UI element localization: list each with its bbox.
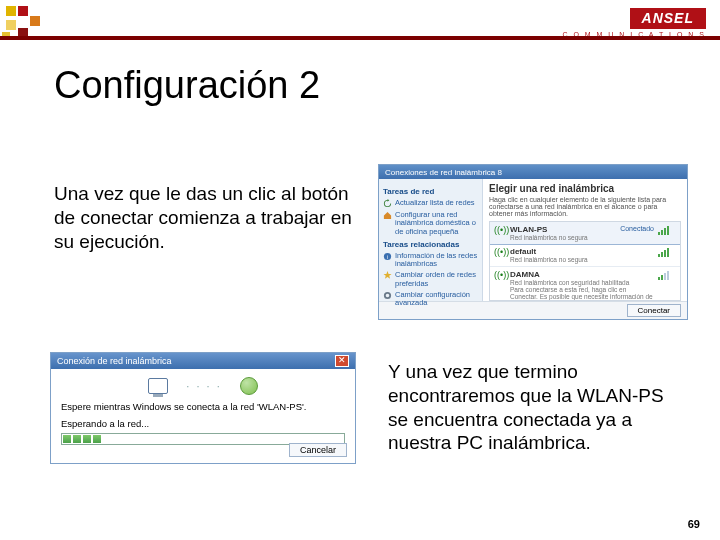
antenna-icon: ((•)) — [494, 225, 506, 235]
network-sub: Red inalámbrica con seguridad habilitada — [510, 279, 654, 286]
choose-network-title: Conexiones de red inalámbrica 8 — [385, 168, 502, 177]
header-rule — [0, 36, 720, 40]
connecting-titlebar: Conexión de red inalámbrica ✕ — [51, 353, 355, 369]
task-setup-network[interactable]: Configurar una red inalámbrica doméstica… — [383, 211, 478, 236]
task-advanced[interactable]: Cambiar configuración avanzada — [383, 291, 478, 308]
network-status: Conectado — [620, 225, 654, 234]
home-icon — [383, 211, 392, 220]
page-number: 69 — [688, 518, 700, 530]
network-sub: Red inalámbrica no segura — [510, 234, 654, 241]
slide-header: ANSEL C O M M U N I C A T I O N S — [0, 0, 720, 44]
antenna-icon: ((•)) — [494, 247, 506, 257]
paragraph-2: Y una vez que termino encontraremos que … — [388, 360, 688, 455]
task-pane: Tareas de red Actualizar lista de redes … — [379, 179, 483, 301]
connect-button[interactable]: Conectar — [627, 304, 681, 317]
antenna-icon: ((•)) — [494, 270, 506, 280]
brand-name: ANSEL — [630, 8, 706, 29]
svg-point-2 — [385, 293, 390, 298]
signal-bars-icon — [658, 247, 676, 257]
computer-icon — [148, 378, 168, 394]
signal-bars-icon — [658, 270, 676, 280]
paragraph-1: Una vez que le das un clic al botón de c… — [54, 182, 354, 253]
network-list-pane: Elegir una red inalámbrica Haga clic en … — [483, 179, 687, 301]
network-name: WLAN-PS — [510, 225, 547, 234]
network-name: DAMNA — [510, 270, 540, 279]
choose-network-titlebar: Conexiones de red inalámbrica 8 — [379, 165, 687, 179]
cancel-button[interactable]: Cancelar — [289, 443, 347, 457]
close-button[interactable]: ✕ — [335, 355, 349, 367]
choose-network-dialog: Conexiones de red inalámbrica 8 Tareas d… — [378, 164, 688, 320]
task-info[interactable]: i Información de las redes inalámbricas — [383, 252, 478, 269]
globe-icon — [240, 377, 258, 395]
network-item-wlanps[interactable]: ((•)) WLAN-PS Conectado Red inalámbrica … — [489, 221, 681, 245]
network-list: ((•)) WLAN-PS Conectado Red inalámbrica … — [489, 221, 681, 301]
gear-icon — [383, 291, 392, 300]
network-desc2: Para conectarse a esta red, haga clic en… — [510, 286, 654, 301]
refresh-icon — [383, 199, 392, 208]
signal-bars-icon — [658, 225, 676, 235]
waiting-text: Esperando a la red... — [61, 418, 345, 429]
connecting-dialog: Conexión de red inalámbrica ✕ · · · · Es… — [50, 352, 356, 464]
page-title: Configuración 2 — [54, 64, 320, 107]
svg-text:i: i — [387, 254, 388, 260]
connecting-message: Espere mientras Windows se conecta a la … — [61, 401, 345, 412]
brand-block: ANSEL C O M M U N I C A T I O N S — [562, 8, 706, 38]
task-reorder[interactable]: Cambiar orden de redes preferidas — [383, 271, 478, 288]
task-section-2: Tareas relacionadas — [383, 240, 478, 249]
dots-icon: · · · · — [186, 380, 221, 392]
info-icon: i — [383, 252, 392, 261]
network-item-damna[interactable]: ((•)) DAMNA Red inalámbrica con segurida… — [490, 267, 680, 301]
connecting-title: Conexión de red inalámbrica — [57, 356, 172, 366]
task-section-1: Tareas de red — [383, 187, 478, 196]
star-icon — [383, 271, 392, 280]
network-sub: Red inalámbrica no segura — [510, 256, 654, 263]
network-name: default — [510, 247, 536, 256]
choose-heading: Elegir una red inalámbrica — [489, 183, 681, 194]
network-item-default[interactable]: ((•)) default Red inalámbrica no segura — [490, 244, 680, 267]
connecting-graphic: · · · · — [61, 375, 345, 401]
choose-desc: Haga clic en cualquier elemento de la si… — [489, 196, 681, 217]
task-refresh[interactable]: Actualizar lista de redes — [383, 199, 478, 208]
